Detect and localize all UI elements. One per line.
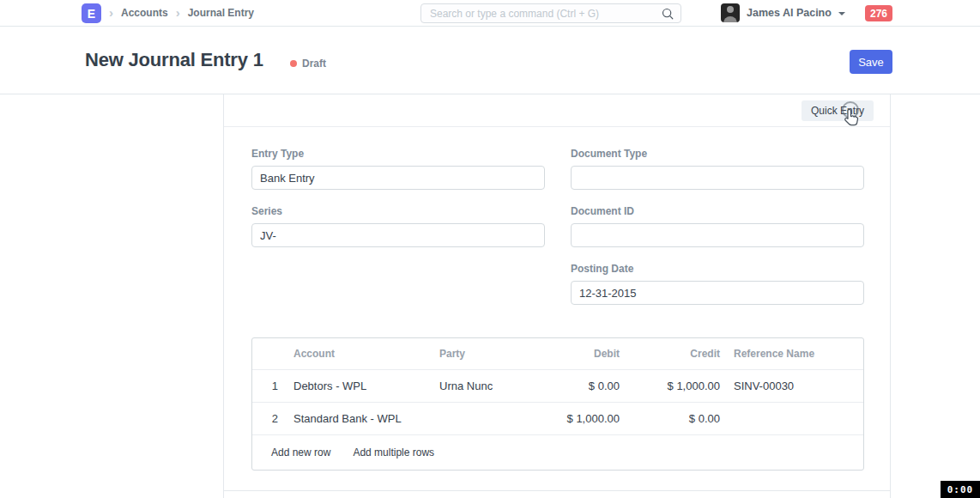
chevron-down-icon xyxy=(838,12,845,15)
quick-entry-button[interactable]: Quick Entry xyxy=(802,100,874,121)
row-index: 1 xyxy=(252,380,293,392)
field-label: Document ID xyxy=(571,205,864,217)
field-posting-date: Posting Date xyxy=(571,263,864,305)
document-type-input[interactable] xyxy=(571,166,864,190)
field-document-id: Document ID xyxy=(571,205,864,247)
column-account: Account xyxy=(293,348,439,360)
column-reference-name: Reference Name xyxy=(720,348,863,360)
column-credit: Credit xyxy=(620,348,720,360)
grid-footer: Add new row Add multiple rows xyxy=(252,435,863,470)
field-label: Posting Date xyxy=(571,263,864,275)
user-name: James Al Pacino xyxy=(747,7,832,19)
notification-badge[interactable]: 276 xyxy=(865,5,892,21)
series-input[interactable] xyxy=(251,223,545,247)
table-row[interactable]: 1 Debtors - WPL Urna Nunc $ 0.00 $ 1,000… xyxy=(252,370,863,403)
form-layout: Quick Entry Entry Type Series Document T… xyxy=(223,94,891,498)
global-search xyxy=(420,3,681,23)
cell-debit[interactable]: $ 0.00 xyxy=(534,380,620,392)
field-entry-type: Entry Type xyxy=(251,148,545,190)
draft-dot-icon xyxy=(290,60,297,67)
status-badge: Draft xyxy=(290,58,326,70)
breadcrumb: › Accounts › Journal Entry xyxy=(109,0,254,26)
accounting-entries-grid: Account Party Debit Credit Reference Nam… xyxy=(251,337,864,471)
form-column-left: Entry Type Series xyxy=(251,148,545,320)
journal-entry-page: { "navbar": { "logo_letter": "E", "chevr… xyxy=(0,0,980,498)
breadcrumb-accounts[interactable]: Accounts xyxy=(121,7,168,19)
field-label: Document Type xyxy=(571,148,864,160)
add-new-row-button[interactable]: Add new row xyxy=(271,446,330,459)
section-divider xyxy=(224,490,890,491)
form-column-right: Document Type Document ID Posting Date xyxy=(571,148,864,320)
breadcrumb-journal-entry[interactable]: Journal Entry xyxy=(188,7,254,19)
form-section: Entry Type Series Document Type Document… xyxy=(224,127,890,320)
add-multiple-rows-button[interactable]: Add multiple rows xyxy=(353,446,434,459)
cell-credit[interactable]: $ 1,000.00 xyxy=(620,380,720,392)
document-id-input[interactable] xyxy=(571,223,864,247)
navbar: E › Accounts › Journal Entry James Al Pa… xyxy=(0,0,980,27)
field-label: Entry Type xyxy=(251,148,545,160)
field-series: Series xyxy=(251,205,545,247)
table-row[interactable]: 2 Standard Bank - WPL $ 1,000.00 $ 0.00 xyxy=(252,403,863,435)
field-label: Series xyxy=(251,205,545,217)
save-button[interactable]: Save xyxy=(850,50,892,74)
recording-timer: 0:00 xyxy=(941,481,980,498)
page-head: New Journal Entry 1 Draft Save xyxy=(0,27,980,94)
chevron-right-icon: › xyxy=(176,6,180,21)
app-logo-letter: E xyxy=(88,7,95,21)
avatar xyxy=(721,3,740,22)
cell-reference-name[interactable]: SINV-00030 xyxy=(720,380,863,392)
grid-header-row: Account Party Debit Credit Reference Nam… xyxy=(252,338,863,370)
column-debit: Debit xyxy=(534,348,620,360)
cell-account[interactable]: Standard Bank - WPL xyxy=(293,412,439,425)
search-input[interactable] xyxy=(421,4,681,22)
app-logo[interactable]: E xyxy=(82,3,101,23)
posting-date-input[interactable] xyxy=(571,281,864,305)
row-index: 2 xyxy=(252,412,293,425)
page-title: New Journal Entry 1 xyxy=(85,49,263,71)
form-toolbar: Quick Entry xyxy=(224,94,890,127)
entry-type-input[interactable] xyxy=(251,166,545,190)
search-icon xyxy=(661,7,675,24)
user-menu[interactable]: James Al Pacino xyxy=(721,0,845,26)
chevron-right-icon: › xyxy=(109,6,113,21)
cell-party[interactable]: Urna Nunc xyxy=(439,380,534,392)
column-party: Party xyxy=(439,348,534,360)
cell-credit[interactable]: $ 0.00 xyxy=(620,412,720,425)
cell-debit[interactable]: $ 1,000.00 xyxy=(534,412,620,425)
status-label: Draft xyxy=(302,58,326,70)
field-document-type: Document Type xyxy=(571,148,864,190)
cell-account[interactable]: Debtors - WPL xyxy=(293,380,439,392)
